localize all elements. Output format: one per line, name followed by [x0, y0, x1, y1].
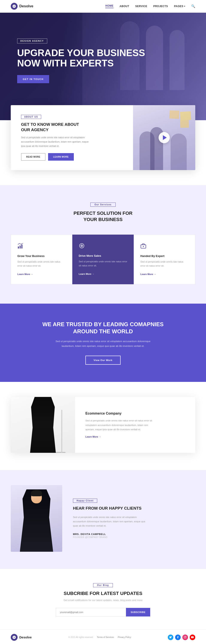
- service-card-3: Handed By Expert Sed ut perspiciatis und…: [134, 234, 195, 284]
- service-icon-3: [140, 243, 189, 250]
- view-work-button[interactable]: View Our Work: [85, 356, 121, 365]
- navbar: Desolve HOME ABOUT SERVICE PROJECTS PAGE…: [0, 0, 206, 13]
- about-card: ABOUT US GET TO KNOW MORE ABOUT OUR AGEN…: [11, 105, 195, 170]
- ecommerce-content: Ecommerce Company Sed ut perspiciatis un…: [75, 397, 195, 453]
- services-tag: Our Services: [90, 202, 116, 207]
- service-link-3[interactable]: Learn More →: [140, 273, 156, 276]
- about-tag: ABOUT US: [21, 115, 41, 119]
- trusted-section: WE ARE TRUSTED BY LEADING COMAPNIES AROU…: [0, 304, 206, 382]
- testimonial-content: Happy Client HEAR FROM OUR HAPPY CLIENTS…: [73, 498, 195, 538]
- trusted-title: WE ARE TRUSTED BY LEADING COMAPNIES AROU…: [11, 321, 195, 336]
- social-icons: [168, 634, 195, 640]
- ecommerce-link[interactable]: Learn More →: [85, 436, 185, 438]
- service-title-1: Grow Your Business: [17, 254, 66, 258]
- svg-point-5: [81, 246, 82, 246]
- footer: Desolve © 2021 All rights reserved Terms…: [0, 630, 206, 644]
- hero-tag: DESIGN AGENCY: [17, 38, 47, 44]
- chevron-down-icon: ▾: [184, 5, 185, 7]
- svg-rect-9: [184, 636, 187, 638]
- ecommerce-card: Ecommerce Company Sed ut perspiciatis un…: [11, 397, 195, 453]
- blog-tag: Our Blog: [93, 583, 113, 587]
- subscribe-button[interactable]: SUBSCRIBE: [126, 608, 150, 616]
- service-icon-2: [79, 243, 127, 250]
- nav-home[interactable]: HOME: [105, 4, 113, 8]
- svg-point-10: [185, 637, 186, 638]
- instagram-icon[interactable]: [182, 634, 188, 640]
- ecommerce-description: Sed ut perspiciatis unde omnis iste natu…: [85, 418, 154, 432]
- services-grid: Grow Your Business Sed ut perspiciatis u…: [11, 234, 195, 284]
- service-desc-1: Sed ut perspiciatis unde omnis iste natu…: [17, 260, 66, 268]
- service-title-2: Drive More Sales: [79, 254, 127, 258]
- search-icon[interactable]: 🔍: [191, 4, 195, 8]
- read-more-button[interactable]: READ MORE: [21, 153, 45, 160]
- nav-service[interactable]: SERVICE: [135, 5, 147, 8]
- blog-section: Our Blog SUBCRIBE FOR LATEST UPDATES Get…: [0, 569, 206, 630]
- facebook-icon[interactable]: [175, 634, 181, 640]
- navbar-links: HOME ABOUT SERVICE PROJECTS PAGES ▾ 🔍: [105, 4, 195, 8]
- testimonial-text: Sed ut perspiciatis unde omnis iste natu…: [73, 515, 150, 528]
- hero-cta-button[interactable]: GET IN TOUCH: [17, 75, 49, 83]
- subscribe-form: SUBSCRIBE: [56, 608, 150, 616]
- about-buttons: READ MORE LEARN MORE: [21, 153, 123, 160]
- testimonial-inner: Happy Client HEAR FROM OUR HAPPY CLIENTS…: [11, 485, 195, 552]
- service-desc-3: Sed ut perspiciatis unde omnis iste natu…: [140, 260, 189, 268]
- hero-title: UPGRADE YOUR BUSINESS NOW WITH EXPERTS: [17, 48, 189, 68]
- testimonial-section: Happy Client HEAR FROM OUR HAPPY CLIENTS…: [0, 470, 206, 569]
- desolve-logo-svg: [12, 4, 16, 8]
- logo-icon: [11, 3, 18, 10]
- svg-rect-0: [18, 246, 19, 248]
- about-image: [133, 105, 195, 170]
- about-content: ABOUT US GET TO KNOW MORE ABOUT OUR AGEN…: [11, 105, 133, 170]
- subscribe-input[interactable]: [56, 608, 126, 616]
- footer-privacy-link[interactable]: Privacy Policy: [118, 636, 131, 638]
- nav-projects[interactable]: PROJECTS: [153, 5, 168, 8]
- youtube-icon[interactable]: [190, 634, 195, 640]
- svg-rect-1: [20, 246, 21, 248]
- about-description: Sed ut perspiciatis unde omnis iste natu…: [21, 136, 90, 148]
- service-title-3: Handed By Expert: [140, 254, 189, 258]
- hero-content: DESIGN AGENCY UPGRADE YOUR BUSINESS NOW …: [0, 13, 206, 109]
- ecommerce-section: Ecommerce Company Sed ut perspiciatis un…: [0, 382, 206, 470]
- about-wrapper: ABOUT US GET TO KNOW MORE ABOUT OUR AGEN…: [0, 105, 206, 170]
- nav-pages[interactable]: PAGES ▾: [174, 5, 185, 8]
- svg-point-11: [186, 636, 186, 637]
- service-icon-1: [17, 243, 66, 250]
- service-desc-2: Sed ut perspiciatis unde omnis iste natu…: [79, 260, 127, 268]
- play-button[interactable]: [159, 132, 170, 143]
- blog-subtitle: Get email notifications for our latest u…: [11, 599, 195, 602]
- happy-client-tag: Happy Client: [73, 499, 97, 503]
- footer-logo-icon: [11, 634, 18, 641]
- testimonial-image-container: [11, 485, 62, 552]
- services-title: PERFECT SOLUTION FOR YOUR BUSINESS: [11, 210, 195, 223]
- twitter-icon[interactable]: [168, 634, 173, 640]
- footer-logo-text: Desolve: [19, 636, 32, 639]
- service-link-1[interactable]: Learn More →: [17, 273, 33, 276]
- service-link-2[interactable]: Learn More →: [79, 273, 95, 275]
- hero-section: DESIGN AGENCY UPGRADE YOUR BUSINESS NOW …: [0, 13, 206, 120]
- service-card-1: Grow Your Business Sed ut perspiciatis u…: [11, 234, 72, 284]
- learn-more-button[interactable]: LEARN MORE: [48, 153, 74, 160]
- services-header: Our Services PERFECT SOLUTION FOR YOUR B…: [11, 202, 195, 223]
- navbar-logo[interactable]: Desolve: [11, 3, 33, 10]
- ecommerce-title: Ecommerce Company: [85, 412, 185, 416]
- nav-about[interactable]: ABOUT: [119, 5, 129, 8]
- trusted-description: Sed ut perspiciatis unde omnis iste natu…: [51, 339, 155, 348]
- services-section: Our Services PERFECT SOLUTION FOR YOUR B…: [0, 185, 206, 304]
- footer-center: © 2021 All rights reserved Terms of Serv…: [68, 636, 131, 638]
- svg-rect-2: [21, 244, 22, 248]
- service-card-2: Drive More Sales Sed ut perspiciatis und…: [72, 234, 134, 284]
- copyright-text: © 2021 All rights reserved: [68, 636, 93, 638]
- footer-logo[interactable]: Desolve: [11, 634, 32, 641]
- about-title: GET TO KNOW MORE ABOUT OUR AGENCY: [21, 122, 85, 132]
- client-role: FOUNDER @COMPANY BRAND: [73, 536, 195, 538]
- logo-text: Desolve: [19, 4, 33, 8]
- ecommerce-image: [11, 397, 75, 453]
- play-icon: [163, 135, 167, 140]
- testimonial-title: HEAR FROM OUR HAPPY CLIENTS: [73, 506, 146, 511]
- client-name: MRS. DEVITA CAMPBELL: [73, 533, 195, 536]
- footer-terms-link[interactable]: Terms of Services: [97, 636, 114, 638]
- blog-title: SUBCRIBE FOR LATEST UPDATES: [11, 591, 195, 596]
